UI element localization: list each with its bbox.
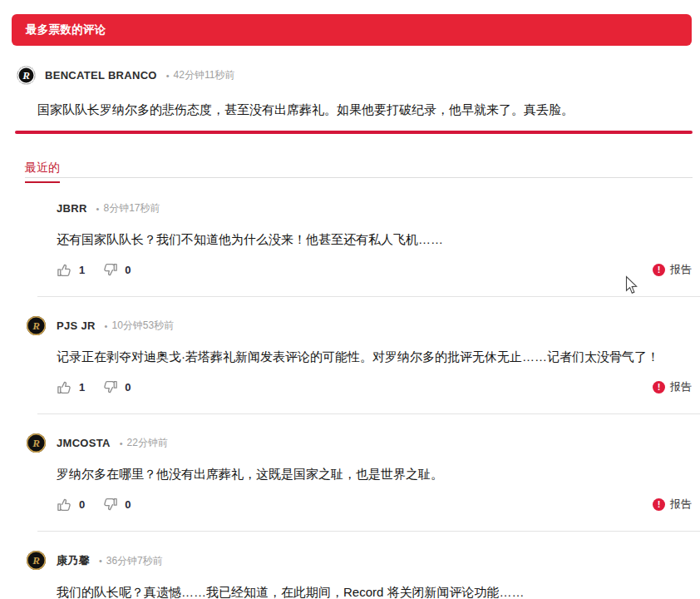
- featured-comment: R BENCATEL BRANCO • 42分钟11秒前 国家队队长罗纳尔多的悲…: [17, 66, 690, 118]
- avatar-letter: R: [22, 70, 30, 81]
- report-button[interactable]: ! 报告: [653, 262, 692, 277]
- comment-text: 还有国家队队长？我们不知道他为什么没来！他甚至还有私人飞机……: [0, 230, 700, 248]
- comment-text: 记录正在剥夺对迪奥戈·若塔葬礼新闻发表评论的可能性。对罗纳尔多的批评无休无止………: [0, 348, 700, 365]
- like-button[interactable]: 1: [57, 262, 85, 278]
- comments-list: JBRR • 8分钟17秒前 还有国家队队长？我们不知道他为什么没来！他甚至还有…: [0, 180, 700, 599]
- record-logo-avatar: R: [27, 433, 46, 453]
- tab-recent[interactable]: 最近的: [25, 161, 60, 183]
- featured-section-divider: [15, 131, 693, 134]
- comment-header: JBRR • 8分钟17秒前: [0, 201, 700, 215]
- comments-page: 最多票数的评论 R BENCATEL BRANCO • 42分钟11秒前 国家队…: [0, 0, 700, 599]
- record-logo-avatar: R: [17, 66, 36, 85]
- bullet-separator: •: [120, 438, 123, 448]
- thumbs-up-icon: [57, 379, 72, 395]
- comment-timestamp: 42分钟11秒前: [174, 68, 235, 82]
- bullet-separator: •: [99, 556, 102, 566]
- comment-header: 康乃馨 • 36分钟7秒前: [0, 553, 700, 568]
- comment-timestamp: 22分钟前: [127, 436, 168, 450]
- report-exclamation-icon: !: [653, 264, 665, 276]
- report-button[interactable]: ! 报告: [653, 497, 692, 512]
- report-label: 报告: [670, 497, 692, 512]
- avatar-letter: R: [32, 320, 40, 331]
- comment-meta: • 8分钟17秒前: [96, 201, 160, 215]
- comment-actions: 0 0 ! 报告: [0, 496, 700, 512]
- record-logo-avatar: R: [27, 551, 46, 570]
- comment-author: PJS JR: [57, 319, 96, 332]
- comment-item: R PJS JR • 10分钟53秒前 记录正在剥夺对迪奥戈·若塔葬礼新闻发表评…: [0, 297, 700, 414]
- comment-text: 罗纳尔多在哪里？他没有出席葬礼，这既是国家之耻，也是世界之耻。: [0, 465, 700, 483]
- banner-label: 最多票数的评论: [26, 22, 106, 37]
- avatar-letter: R: [32, 438, 40, 448]
- like-button[interactable]: 0: [57, 497, 85, 512]
- comment-author: JBRR: [57, 202, 87, 215]
- comment-actions: 1 0 ! 报告: [0, 379, 700, 395]
- like-count: 1: [79, 381, 85, 394]
- dislike-count: 0: [125, 381, 131, 394]
- comment-item: R 康乃馨 • 36分钟7秒前 我们的队长呢？真遗憾……我已经知道，在此期间，R…: [0, 532, 700, 599]
- comment-header: JMCOSTA • 22分钟前: [0, 436, 700, 450]
- comment-actions: 1 0 ! 报告: [0, 261, 700, 278]
- report-button[interactable]: ! 报告: [653, 379, 692, 394]
- comment-author: 康乃馨: [57, 553, 90, 568]
- comment-meta: • 22分钟前: [120, 436, 168, 450]
- comment-meta: • 36分钟7秒前: [99, 554, 163, 568]
- comment-item: R JMCOSTA • 22分钟前 罗纳尔多在哪里？他没有出席葬礼，这既是国家之…: [0, 414, 700, 532]
- dislike-count: 0: [125, 264, 131, 276]
- report-label: 报告: [670, 262, 692, 277]
- comment-meta: • 42分钟11秒前: [166, 68, 235, 82]
- bullet-separator: •: [166, 71, 170, 81]
- thumbs-up-icon: [57, 497, 72, 512]
- report-label: 报告: [670, 379, 692, 394]
- featured-comment-header: R BENCATEL BRANCO • 42分钟11秒前: [17, 66, 690, 85]
- report-exclamation-icon: !: [653, 498, 665, 511]
- thumbs-up-icon: [57, 262, 72, 278]
- comment-text: 我们的队长呢？真遗憾……我已经知道，在此期间，Record 将关闭新闻评论功能……: [0, 583, 700, 599]
- thumbs-down-icon: [102, 262, 118, 278]
- report-exclamation-icon: !: [653, 381, 665, 394]
- comment-meta: • 10分钟53秒前: [105, 319, 175, 333]
- comment-timestamp: 36分钟7秒前: [106, 554, 163, 568]
- like-button[interactable]: 1: [57, 379, 85, 395]
- comments-tabbar: 最近的: [25, 160, 693, 178]
- record-logo-avatar: R: [27, 316, 46, 335]
- dislike-button[interactable]: 0: [102, 379, 131, 395]
- comment-item: JBRR • 8分钟17秒前 还有国家队队长？我们不知道他为什么没来！他甚至还有…: [0, 180, 700, 297]
- comment-timestamp: 10分钟53秒前: [111, 319, 174, 333]
- comment-timestamp: 8分钟17秒前: [103, 201, 160, 215]
- dislike-button[interactable]: 0: [102, 497, 131, 512]
- comment-header: PJS JR • 10分钟53秒前: [0, 319, 700, 333]
- most-voted-banner: 最多票数的评论: [12, 14, 692, 46]
- comment-author: BENCATEL BRANCO: [45, 69, 157, 82]
- like-count: 1: [79, 264, 85, 276]
- like-count: 0: [79, 498, 85, 511]
- tabbar-divider: [25, 177, 693, 178]
- bullet-separator: •: [96, 204, 100, 214]
- thumbs-down-icon: [102, 497, 118, 512]
- thumbs-down-icon: [102, 379, 118, 395]
- comment-text: 国家队队长罗纳尔多的悲伤态度，甚至没有出席葬礼。如果他要打破纪录，他早就来了。真…: [37, 101, 690, 118]
- comment-author: JMCOSTA: [57, 437, 111, 449]
- dislike-count: 0: [125, 498, 131, 511]
- bullet-separator: •: [105, 321, 108, 331]
- dislike-button[interactable]: 0: [102, 262, 131, 278]
- avatar-letter: R: [32, 555, 40, 566]
